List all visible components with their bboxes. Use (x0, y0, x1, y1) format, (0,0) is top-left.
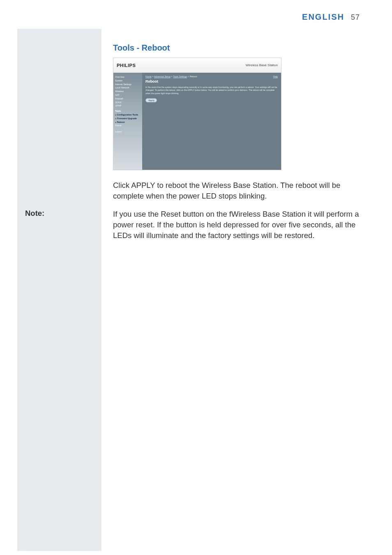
crumb-current: Reboot (190, 75, 197, 78)
sidebar-item-local-network[interactable]: Local Network (115, 86, 141, 90)
sidebar-item-wireless[interactable]: Wireless (115, 90, 141, 93)
sidebar-item-tools[interactable]: Tools (115, 109, 141, 113)
ss-sidebar: Overview System Internet Settings Local … (113, 73, 142, 170)
sidebar-item-nat[interactable]: NAT (115, 93, 141, 97)
content-text: In the event that the system stops respo… (145, 86, 278, 95)
sidebar-item-status[interactable]: Status (115, 124, 141, 127)
breadcrumb: Home > Advanced Setup > Tools Settings >… (145, 75, 278, 78)
sidebar-item-upnp[interactable]: UPNP (115, 104, 141, 108)
brand-logo: PHILIPS (117, 63, 136, 68)
crumb-home[interactable]: Home (145, 75, 152, 78)
content-title: Reboot (145, 79, 278, 83)
sidebar-item-internet[interactable]: Internet Settings (115, 83, 141, 86)
apply-button[interactable]: Apply (145, 98, 157, 102)
sidebar-item-config-tools[interactable]: » Configuration Tools (115, 113, 141, 117)
router-admin-screenshot: PHILIPS Wireless Base Station Overview S… (113, 58, 281, 170)
page-number: 57 (351, 13, 360, 22)
sidebar-item-ddns[interactable]: DDNS (115, 101, 141, 104)
product-name: Wireless Base Station (246, 63, 278, 67)
sidebar-item-overview[interactable]: Overview (115, 75, 141, 79)
instruction-paragraph: Click APPLY to reboot the Wireless Base … (113, 180, 364, 201)
section-title: Tools - Reboot (113, 43, 170, 53)
sidebar-item-firewall[interactable]: Firewall (115, 97, 141, 101)
sidebar-item-firmware-upgrade[interactable]: » Firmware Upgrade (115, 117, 141, 120)
crumb-tools[interactable]: Tools Settings (173, 75, 187, 78)
crumb-advanced[interactable]: Advanced Setup (154, 75, 171, 78)
ss-content: Help Home > Advanced Setup > Tools Setti… (142, 73, 281, 170)
sidebar-item-reboot[interactable]: » Reboot (115, 120, 141, 124)
language-label: ENGLISH (302, 12, 344, 22)
note-label: Note: (25, 209, 44, 218)
sidebar-item-system[interactable]: System (115, 79, 141, 83)
page-header: ENGLISH 57 (302, 12, 360, 22)
note-paragraph: If you use the Reset button on the fWire… (113, 209, 364, 241)
margin-sidebar (17, 29, 101, 551)
sidebar-item-logout[interactable]: Logout (115, 130, 141, 134)
ss-header: PHILIPS Wireless Base Station (113, 58, 281, 73)
ss-body: Overview System Internet Settings Local … (113, 73, 281, 170)
help-link[interactable]: Help (273, 75, 278, 78)
